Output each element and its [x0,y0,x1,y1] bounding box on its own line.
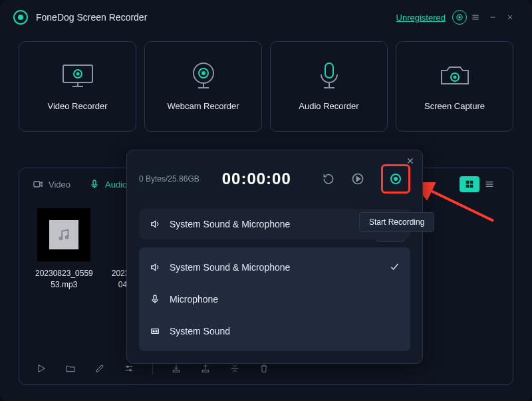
speaker-icon [150,262,160,273]
sound-card-icon [150,326,160,336]
start-recording-button[interactable] [381,164,410,194]
option-label: Microphone [170,294,218,305]
folder-button[interactable] [65,362,76,374]
microphone-icon [89,179,100,190]
svg-rect-38 [173,370,179,372]
separator [152,362,153,374]
audio-source-menu: System Sound & Microphone Microphone Sys… [139,247,410,351]
svg-rect-39 [202,370,208,372]
undo-button[interactable] [320,170,337,188]
card-label: Screen Capture [424,101,485,111]
svg-rect-22 [93,180,96,185]
unregistered-link[interactable]: Unregistered [396,13,446,23]
option-microphone[interactable]: Microphone [139,283,410,315]
card-label: Audio Recorder [299,101,358,111]
svg-point-1 [459,17,460,18]
start-recording-tooltip: Start Recording [359,212,434,232]
option-label: System Sound & Microphone [170,262,290,273]
title-bar: FoneDog Screen Recorder Unregistered [0,0,532,35]
svg-rect-21 [34,182,40,187]
recorder-cards: Video Recorder Webcam Recorder [0,35,532,132]
export-button[interactable] [200,362,211,374]
card-label: Webcam Recorder [167,101,239,111]
play-preview-button[interactable] [349,170,366,188]
speaker-icon [150,219,160,229]
svg-marker-33 [39,365,45,372]
camera-icon [436,63,473,89]
dropdown-selected: System Sound & Microphone [170,219,290,229]
file-name: 20230823_0559 53.mp3 [35,268,93,291]
play-circle-icon [351,172,364,186]
monitor-icon [59,63,96,89]
microphone-icon [311,63,348,89]
file-thumbnail [37,208,90,261]
svg-point-48 [156,331,157,332]
app-window: FoneDog Screen Recorder Unregistered [0,0,532,401]
video-icon [33,179,43,190]
app-logo-icon [13,10,28,25]
delete-button[interactable] [258,362,270,374]
screen-capture-card[interactable]: Screen Capture [396,41,513,132]
svg-point-31 [60,237,63,240]
video-tab[interactable]: Video [33,179,70,190]
import-button[interactable] [170,362,182,374]
menu-button[interactable] [467,9,484,26]
option-system-sound[interactable]: System Sound [139,315,410,347]
popup-status-row: 0 Bytes/25.86GB 00:00:00 [127,150,422,197]
option-system-and-mic[interactable]: System Sound & Microphone [139,251,410,283]
adjust-button[interactable] [123,362,135,374]
svg-point-20 [453,75,456,78]
audio-tab[interactable]: Audio [89,179,127,190]
webcam-icon [185,63,222,89]
check-icon [389,261,400,274]
audio-recorder-card[interactable]: Audio Recorder [270,41,388,132]
card-label: Video Recorder [47,101,107,111]
music-note-icon [49,220,78,249]
minimize-button[interactable] [484,9,501,26]
video-recorder-card[interactable]: Video Recorder [19,41,136,132]
record-icon [390,174,401,184]
option-label: System Sound [170,326,230,336]
file-item[interactable]: 20230823_0559 53.mp3 [35,208,93,291]
webcam-recorder-card[interactable]: Webcam Recorder [144,41,262,132]
compress-button[interactable] [229,362,241,374]
close-button[interactable] [501,9,519,26]
svg-marker-43 [356,177,360,182]
tab-label: Audio [105,180,127,190]
storage-text: 0 Bytes/25.86GB [139,174,200,184]
svg-point-12 [76,72,79,75]
undo-icon [322,172,335,186]
settings-button[interactable] [452,10,467,25]
tab-label: Video [49,180,70,190]
audio-recorder-popup: ✕ 0 Bytes/25.86GB 00:00:00 System Sound … [126,150,423,364]
svg-rect-46 [152,329,159,334]
svg-line-50 [427,189,493,221]
play-button[interactable] [35,362,47,374]
timer-display: 00:00:00 [222,170,291,188]
svg-point-32 [66,236,68,239]
app-title: FoneDog Screen Recorder [36,12,147,23]
edit-button[interactable] [94,362,106,374]
microphone-icon [150,294,160,305]
svg-point-47 [153,331,154,332]
svg-point-15 [201,71,205,75]
svg-rect-44 [154,295,156,300]
svg-rect-16 [325,63,333,78]
